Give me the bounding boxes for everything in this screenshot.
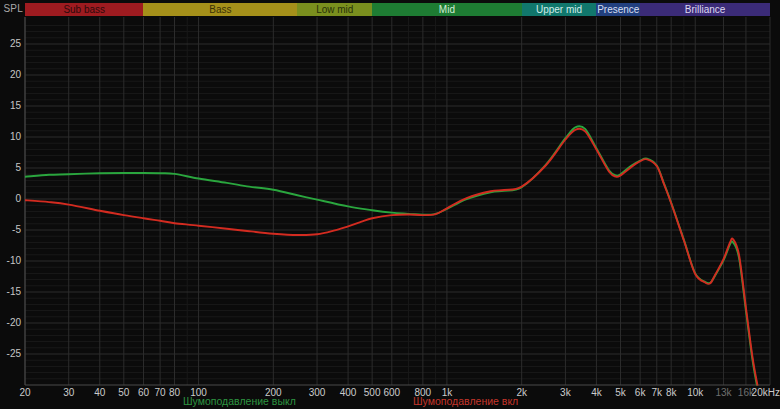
y-tick-label: 20 [0,69,21,80]
y-tick-label: 5 [0,162,21,173]
y-tick-label: 15 [0,100,21,111]
chart-canvas [0,0,780,409]
y-tick-label: 25 [0,38,21,49]
y-tick-label: 0 [0,193,21,204]
y-tick-label: -10 [0,255,21,266]
legend-anc-off-label: Шумоподавление выкл [183,395,296,407]
y-tick-label: 10 [0,131,21,142]
y-tick-label: -5 [0,224,21,235]
y-tick-label: -25 [0,348,21,359]
curve-series-0 [25,126,757,388]
legend-anc-on-label: Шумоподавление вкл [413,395,518,407]
y-tick-label: -20 [0,317,21,328]
y-tick-label: -15 [0,286,21,297]
frequency-response-chart: SPL Sub bassBassLow midMidUpper midPrese… [0,0,780,409]
legend: Шумоподавление выкл Шумоподавление вкл [0,395,780,408]
